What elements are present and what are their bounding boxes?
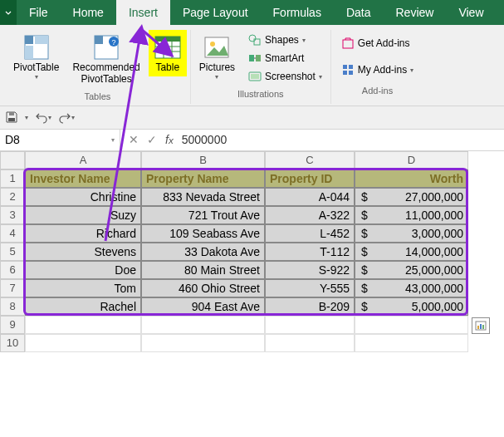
table-cell[interactable]: Doe [25, 261, 141, 279]
recommended-pivottables-button[interactable]: ? Recommended PivotTables [67, 30, 144, 89]
empty-cell[interactable] [25, 334, 141, 352]
table-cell[interactable]: 904 East Ave [141, 297, 265, 316]
row-header-9[interactable]: 9 [0, 316, 25, 334]
svg-rect-9 [155, 37, 180, 42]
svg-rect-5 [95, 36, 103, 44]
table-cell[interactable]: Rachel [25, 297, 141, 316]
formula-input[interactable]: 5000000 [182, 133, 228, 146]
select-all-corner[interactable] [0, 151, 25, 169]
table-cell[interactable]: A-322 [265, 206, 355, 224]
row-header-1[interactable]: 1 [0, 169, 25, 188]
table-cell[interactable]: A-044 [265, 188, 355, 206]
screenshot-button[interactable]: Screenshot▾ [245, 68, 325, 85]
pictures-button[interactable]: Pictures ▾ [194, 30, 240, 85]
worksheet[interactable]: ABCD1Investor NameProperty NameProperty … [0, 151, 504, 352]
fx-icon[interactable]: fx [165, 133, 174, 146]
table-cell[interactable]: Tom [25, 279, 141, 297]
tab-formulas[interactable]: Formulas [261, 0, 334, 25]
table-header-cell[interactable]: Property Name [141, 169, 265, 188]
row-header-2[interactable]: 2 [0, 188, 25, 206]
smartart-button[interactable]: SmartArt [245, 50, 325, 66]
table-cell[interactable]: Y-555 [265, 279, 355, 297]
row-header-3[interactable]: 3 [0, 206, 25, 224]
row-header-5[interactable]: 5 [0, 243, 25, 261]
col-header-B[interactable]: B [141, 151, 265, 169]
pivottable-label: PivotTable [13, 61, 59, 73]
shapes-button[interactable]: Shapes▾ [245, 32, 325, 48]
row-header-7[interactable]: 7 [0, 279, 25, 297]
empty-cell[interactable] [25, 316, 141, 334]
my-addins-button[interactable]: My Add-ins▾ [338, 61, 417, 78]
ribbon-group-tables: PivotTable ▾ ? Recommended PivotTables T… [5, 30, 191, 104]
table-cell[interactable]: 460 Ohio Street [141, 279, 265, 297]
empty-cell[interactable] [265, 316, 355, 334]
table-header-cell[interactable]: Property ID [265, 169, 355, 188]
row-header-4[interactable]: 4 [0, 224, 25, 243]
table-cell[interactable]: Richard [25, 224, 141, 243]
table-cell[interactable]: 833 Nevada Street [141, 188, 265, 206]
table-cell[interactable]: $11,000,000 [355, 206, 468, 224]
table-cell[interactable]: $14,000,000 [355, 243, 468, 261]
tab-insert[interactable]: Insert [116, 0, 170, 25]
col-header-A[interactable]: A [25, 151, 141, 169]
table-button[interactable]: Table [149, 30, 187, 76]
col-header-C[interactable]: C [265, 151, 355, 169]
redo-button[interactable]: ▾ [58, 110, 75, 124]
empty-cell[interactable] [355, 334, 468, 352]
table-cell[interactable]: $3,000,000 [355, 224, 468, 243]
app-menu-icon[interactable] [0, 0, 17, 25]
empty-cell[interactable] [141, 316, 265, 334]
svg-rect-32 [482, 325, 484, 329]
get-addins-button[interactable]: Get Add-ins [338, 35, 417, 52]
tab-file[interactable]: File [17, 0, 61, 25]
qat-dropdown[interactable]: ▾ [25, 114, 28, 121]
table-cell[interactable]: Christine [25, 188, 141, 206]
table-cell[interactable]: $25,000,000 [355, 261, 468, 279]
save-button[interactable] [5, 110, 18, 124]
smartart-icon [248, 52, 262, 65]
undo-button[interactable]: ▾ [35, 110, 51, 124]
svg-rect-18 [249, 55, 254, 61]
table-cell[interactable]: B-209 [265, 297, 355, 316]
cancel-formula-button[interactable]: ✕ [129, 133, 139, 146]
table-cell[interactable]: $43,000,000 [355, 279, 468, 297]
row-header-6[interactable]: 6 [0, 261, 25, 279]
table-cell[interactable]: L-452 [265, 224, 355, 243]
table-cell[interactable]: T-112 [265, 243, 355, 261]
col-header-D[interactable]: D [355, 151, 468, 169]
tab-data[interactable]: Data [334, 0, 384, 25]
svg-rect-26 [349, 71, 353, 75]
table-cell[interactable]: Suzy [25, 206, 141, 224]
recommended-pivottables-label: Recommended PivotTables [72, 61, 139, 86]
table-cell[interactable]: S-922 [265, 261, 355, 279]
tab-page-layout[interactable]: Page Layout [170, 0, 261, 25]
empty-cell[interactable] [265, 334, 355, 352]
table-header-cell[interactable]: Worth [355, 169, 468, 188]
pivottable-button[interactable]: PivotTable ▾ [8, 30, 64, 85]
pivottable-icon [22, 33, 51, 61]
row-header-10[interactable]: 10 [0, 334, 25, 352]
tab-view[interactable]: View [446, 0, 496, 25]
quick-analysis-button[interactable] [472, 317, 490, 334]
table-header-cell[interactable]: Investor Name [25, 169, 141, 188]
quick-access-toolbar: ▾ ▾ ▾ [0, 106, 504, 130]
empty-cell[interactable] [355, 316, 468, 334]
svg-rect-23 [343, 65, 347, 69]
table-cell[interactable]: 109 Seabass Ave [141, 224, 265, 243]
empty-cell[interactable] [141, 334, 265, 352]
row-header-8[interactable]: 8 [0, 297, 25, 316]
svg-rect-24 [349, 65, 353, 69]
table-icon [154, 33, 182, 61]
table-cell[interactable]: $5,000,000 [355, 297, 468, 316]
table-cell[interactable]: 721 Trout Ave [141, 206, 265, 224]
tab-home[interactable]: Home [61, 0, 116, 25]
tab-review[interactable]: Review [384, 0, 447, 25]
table-cell[interactable]: 33 Dakota Ave [141, 243, 265, 261]
enter-formula-button[interactable]: ✓ [147, 133, 157, 146]
name-box[interactable]: D8 ▾ [0, 130, 120, 150]
table-cell[interactable]: $27,000,000 [355, 188, 468, 206]
group-label-illustrations: Illustrations [237, 86, 284, 101]
table-cell[interactable]: 80 Main Street [141, 261, 265, 279]
table-cell[interactable]: Stevens [25, 243, 141, 261]
svg-point-15 [210, 42, 215, 47]
